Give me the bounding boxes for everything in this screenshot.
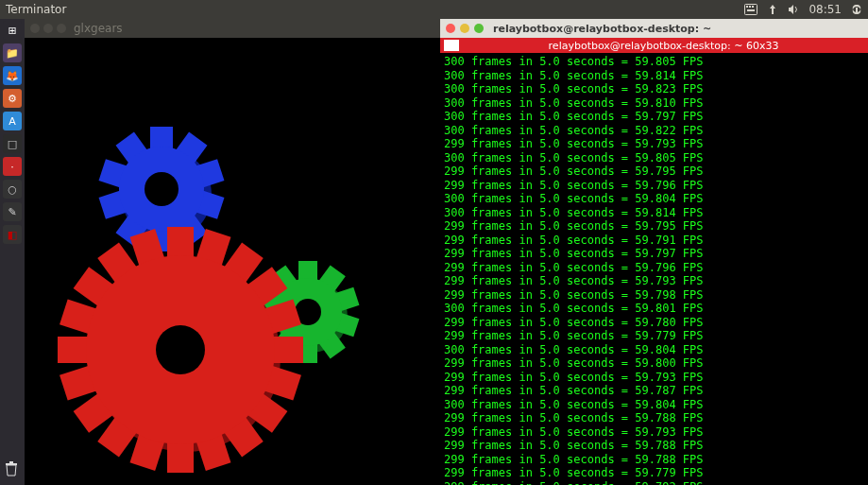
terminator-window: relaybotbox@relaybotbox-desktop: ~ relay… (440, 19, 868, 485)
svg-rect-5 (856, 8, 858, 12)
top-menu-bar: Terminator 08:51 (0, 0, 868, 19)
glxgears-window: glxgears (25, 19, 440, 485)
clock[interactable]: 08:51 (808, 3, 842, 16)
glxgears-title-text: glxgears (74, 22, 123, 35)
red-gear-icon (58, 227, 303, 473)
trash-icon[interactable] (3, 460, 22, 479)
network-indicator-icon[interactable] (767, 4, 778, 15)
svg-rect-2 (749, 6, 751, 8)
maximize-button[interactable] (474, 24, 484, 33)
terminator-titlebar[interactable]: relaybotbox@relaybotbox-desktop: ~ (440, 19, 868, 38)
svg-rect-3 (752, 6, 754, 8)
session-menu-icon[interactable] (851, 4, 862, 15)
desktop-area: glxgears (25, 19, 868, 485)
launcher-tile-software[interactable]: A (3, 112, 22, 130)
terminator-tab-banner[interactable]: relaybotbox@relaybotbox-desktop: ~ 60x33 (440, 38, 868, 53)
svg-rect-7 (9, 461, 13, 463)
launcher-tile-app-drawer[interactable]: ⊞ (3, 21, 22, 40)
active-app-title: Terminator (6, 3, 66, 16)
svg-rect-6 (6, 463, 17, 465)
terminator-banner-text: relaybotbox@relaybotbox-desktop: ~ 60x33 (463, 40, 864, 52)
window-controls (446, 24, 484, 33)
maximize-button[interactable] (57, 24, 66, 33)
tab-indicator-icon (444, 40, 459, 51)
system-indicators: 08:51 (744, 3, 862, 16)
close-button[interactable] (446, 24, 455, 33)
launcher-tile-camera[interactable]: ○ (3, 180, 22, 199)
minimize-button[interactable] (43, 24, 53, 33)
keyboard-indicator-icon[interactable] (744, 4, 757, 15)
sound-indicator-icon[interactable] (788, 4, 799, 15)
launcher-tile-text-editor[interactable]: ✎ (3, 202, 22, 221)
window-controls (30, 24, 66, 33)
glxgears-titlebar[interactable]: glxgears (25, 19, 440, 38)
terminator-title-text: relaybotbox@relaybotbox-desktop: ~ (493, 23, 711, 35)
minimize-button[interactable] (460, 24, 469, 33)
svg-rect-4 (747, 9, 755, 11)
launcher-tile-settings[interactable]: ⚙ (3, 89, 22, 108)
launcher-tile-files[interactable]: 📁 (3, 43, 22, 62)
svg-point-20 (145, 172, 179, 206)
launcher-tile-terminator[interactable]: ◧ (3, 225, 22, 244)
launcher-tile-terminal[interactable]: □ (3, 134, 22, 153)
glxgears-canvas (25, 38, 440, 485)
svg-rect-1 (746, 6, 748, 8)
launcher-tile-red-app[interactable]: · (3, 157, 22, 176)
close-button[interactable] (30, 24, 40, 33)
svg-point-56 (156, 325, 205, 374)
terminal-output[interactable]: 300 frames in 5.0 seconds = 59.805 FPS 3… (440, 53, 868, 485)
unity-launcher: ⊞📁🦊⚙A□·○✎◧ (0, 19, 25, 485)
launcher-tile-firefox[interactable]: 🦊 (3, 66, 22, 85)
